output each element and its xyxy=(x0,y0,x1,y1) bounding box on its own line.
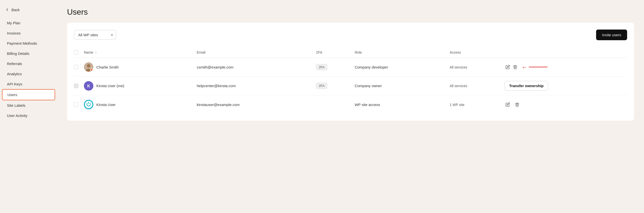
red-arrow-annotation: ← xyxy=(521,63,528,71)
delete-button-kinsta-user[interactable] xyxy=(514,101,520,108)
site-filter-select[interactable]: All WP sites Production Staging xyxy=(74,30,116,40)
sidebar-item-users[interactable]: Users xyxy=(2,89,55,100)
svg-text:K: K xyxy=(87,84,90,88)
sidebar-item-billing-details[interactable]: Billing Details xyxy=(2,48,55,58)
sidebar-item-analytics[interactable]: Analytics xyxy=(2,69,55,79)
kinsta-me-avatar-svg: K xyxy=(84,81,93,90)
name-cell-charlie: Charlie Smith xyxy=(84,62,193,72)
svg-point-6 xyxy=(85,100,92,108)
delete-button-charlie[interactable] xyxy=(512,64,518,70)
kinsta-user-avatar-svg xyxy=(84,100,93,109)
sidebar-item-site-labels[interactable]: Site Labels xyxy=(2,100,55,110)
user-role-charlie: Company developer xyxy=(355,65,388,69)
edit-button-kinsta-user[interactable] xyxy=(504,101,511,108)
col-select xyxy=(74,47,84,58)
col-access: Access xyxy=(450,47,504,58)
sidebar-item-api-keys[interactable]: API Keys xyxy=(2,79,55,89)
trash-icon xyxy=(515,102,519,107)
avatar-kinsta-user xyxy=(84,100,93,109)
avatar-kinsta-me: K xyxy=(84,81,93,90)
sidebar-item-payment-methods[interactable]: Payment Methods xyxy=(2,38,55,48)
toolbar: All WP sites Production Staging ▾ Invite… xyxy=(74,30,627,40)
back-arrow-icon xyxy=(5,8,10,12)
user-email-kinsta-me: helpcenter@kinsta.com xyxy=(197,84,236,88)
user-access-charlie: All services xyxy=(450,65,467,69)
avatar-charlie xyxy=(84,62,93,72)
action-cell-kinsta-user xyxy=(504,101,623,108)
user-email-charlie: csmith@example.com xyxy=(197,65,233,69)
col-2fa: 2FA xyxy=(316,47,355,58)
col-name[interactable]: Name ↑ xyxy=(84,47,197,58)
name-cell-kinsta-user: Kinsta User xyxy=(84,100,193,109)
user-name-kinsta-user: Kinsta User xyxy=(96,102,116,107)
back-button[interactable]: Back xyxy=(0,5,57,18)
sort-icon: ↑ xyxy=(95,51,96,54)
svg-point-1 xyxy=(87,64,90,68)
users-card: All WP sites Production Staging ▾ Invite… xyxy=(67,22,634,121)
row-checkbox-charlie[interactable] xyxy=(74,65,78,69)
user-role-kinsta-user: WP site access xyxy=(355,102,380,107)
sidebar-item-my-plan[interactable]: My Plan xyxy=(2,18,55,28)
row-checkbox-kinsta-me[interactable] xyxy=(74,84,78,88)
edit-icon xyxy=(506,65,510,69)
user-access-kinsta-me: All services xyxy=(450,84,467,88)
edit-button-charlie[interactable] xyxy=(504,64,511,70)
sidebar-item-referrals[interactable]: Referrals xyxy=(2,58,55,69)
edit-icon xyxy=(506,102,510,107)
user-role-kinsta-me: Company owner xyxy=(355,84,382,88)
user-name-charlie: Charlie Smith xyxy=(96,65,119,69)
2fa-badge-charlie: 2FA xyxy=(316,64,327,70)
back-label: Back xyxy=(12,8,20,12)
user-access-kinsta-user: 1 WP site xyxy=(450,103,464,107)
col-role: Role xyxy=(355,47,450,58)
sidebar: Back My Plan Invoices Payment Methods Bi… xyxy=(0,0,57,213)
site-filter-wrapper: All WP sites Production Staging ▾ xyxy=(74,30,116,40)
page-title: Users xyxy=(67,8,634,17)
sidebar-item-user-activity[interactable]: User Activity xyxy=(2,110,55,121)
2fa-badge-kinsta-me: 2FA xyxy=(316,83,327,89)
invite-users-button[interactable]: Invite users xyxy=(596,30,627,40)
table-row: Kinsta User kinstauser@example.com WP si… xyxy=(74,95,627,114)
table-row: Charlie Smith csmith@example.com 2FA Com… xyxy=(74,58,627,76)
col-actions xyxy=(504,47,627,58)
charlie-badge xyxy=(90,68,93,72)
user-email-kinsta-user: kinstauser@example.com xyxy=(197,102,240,107)
trash-icon xyxy=(513,65,518,69)
sidebar-item-invoices[interactable]: Invoices xyxy=(2,28,55,38)
row-checkbox-kinsta-user[interactable] xyxy=(74,102,78,107)
user-name-kinsta-me: Kinsta User (me) xyxy=(96,84,124,88)
col-email: Email xyxy=(197,47,316,58)
action-cell-charlie: ← xyxy=(504,63,623,71)
red-arrow-line xyxy=(529,64,549,70)
users-table: Name ↑ Email 2FA Role Access xyxy=(74,47,627,114)
table-row: K Kinsta User (me) helpcenter@kinsta.com… xyxy=(74,76,627,95)
transfer-ownership-button[interactable]: Transfer ownership xyxy=(504,81,548,90)
select-all-checkbox[interactable] xyxy=(74,50,78,54)
main-content: Users All WP sites Production Staging ▾ … xyxy=(57,0,644,213)
name-cell-kinsta-me: K Kinsta User (me) xyxy=(84,81,193,90)
